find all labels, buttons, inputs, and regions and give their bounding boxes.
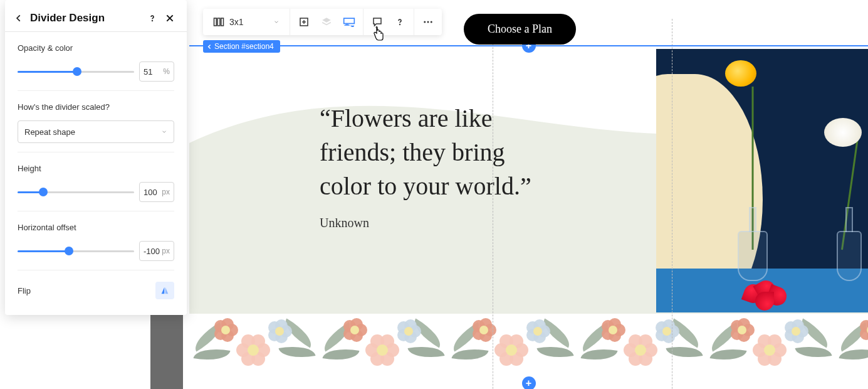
svg-point-7 (424, 21, 426, 23)
svg-point-6 (400, 24, 400, 25)
scale-label: How's the divider scaled? (18, 102, 174, 112)
toolbar-help-icon[interactable] (389, 11, 411, 33)
quote-block[interactable]: “Flowers are like friends; they bring co… (320, 102, 545, 232)
divider-icon[interactable] (338, 11, 360, 33)
stretch-icon[interactable] (293, 11, 315, 33)
offset-slider[interactable] (18, 245, 134, 257)
quote-text: “Flowers are like friends; they bring co… (320, 102, 545, 203)
opacity-input[interactable]: 51 % (139, 61, 174, 82)
editor-canvas: 3x1 (189, 0, 868, 389)
back-icon[interactable] (13, 12, 25, 24)
column-divider (493, 19, 493, 389)
height-slider[interactable] (18, 186, 134, 198)
offset-label: Horizontal offset (18, 223, 174, 232)
svg-point-9 (431, 21, 432, 23)
quote-author: Unknown (320, 215, 545, 232)
columns-icon (213, 17, 224, 27)
layout-selector[interactable]: 3x1 (206, 9, 287, 35)
divider-design-panel: Divider Design Opacity & color 51 % (5, 0, 187, 315)
comment-icon[interactable] (366, 11, 389, 33)
flip-horizontal-button[interactable] (155, 282, 174, 299)
svg-point-8 (427, 21, 429, 23)
more-icon[interactable] (417, 11, 439, 33)
svg-rect-3 (221, 18, 224, 26)
section-content[interactable]: “Flowers are like friends; they bring co… (189, 49, 868, 314)
offset-input[interactable]: -100 px (139, 241, 174, 261)
svg-point-0 (152, 21, 153, 21)
opacity-slider[interactable] (18, 66, 134, 77)
close-icon[interactable] (163, 11, 177, 25)
chevron-down-icon (273, 19, 280, 25)
help-icon[interactable] (145, 11, 159, 25)
flip-label: Flip (18, 286, 31, 296)
svg-rect-1 (214, 18, 217, 26)
chevron-left-icon (207, 44, 212, 50)
height-label: Height (18, 164, 174, 173)
flowers-photo[interactable] (656, 49, 868, 312)
height-input[interactable]: 100 px (139, 182, 174, 202)
choose-plan-button[interactable]: Choose a Plan (464, 14, 576, 45)
column-divider (672, 19, 672, 389)
layers-icon[interactable] (315, 11, 338, 33)
add-section-bottom-button[interactable]: + (522, 376, 536, 389)
svg-rect-2 (217, 18, 220, 26)
section-toolbar: 3x1 (203, 9, 442, 35)
opacity-color-label: Opacity & color (18, 43, 174, 53)
scale-select[interactable]: Repeat shape (18, 120, 174, 143)
section-tag[interactable]: Section #section4 (203, 40, 280, 53)
svg-rect-5 (344, 18, 355, 23)
panel-title: Divider Design (30, 12, 145, 24)
